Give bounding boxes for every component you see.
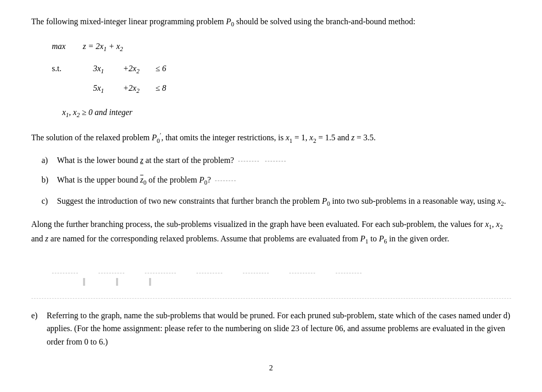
- c1-term1: 3x1: [93, 60, 119, 77]
- questions-section: a) What is the lower bound z at the star…: [42, 154, 511, 208]
- graph-area: [31, 257, 511, 299]
- st-label: s.t.: [52, 60, 83, 77]
- constraint-1: 3x1 +2x2 ≤ 6: [93, 60, 171, 77]
- question-e-text: Referring to the graph, name the sub-pro…: [47, 309, 511, 349]
- objective-row: max z = 2x1 + x2: [52, 38, 511, 55]
- question-a: a) What is the lower bound z at the star…: [42, 154, 511, 167]
- c2-term1: 5x1: [93, 80, 119, 97]
- max-label: max: [52, 38, 83, 55]
- question-c-text: Suggest the introduction of two new cons…: [57, 195, 511, 208]
- solution-paragraph: The solution of the relaxed problem P0′,…: [31, 130, 511, 145]
- question-e: e) Referring to the graph, name the sub-…: [31, 309, 511, 349]
- c2-term2: +2x2: [123, 80, 152, 97]
- page-number-value: 2: [269, 364, 273, 372]
- question-b-text: What is the upper bound z0 of the proble…: [57, 174, 511, 187]
- constraints-block: 3x1 +2x2 ≤ 6 5x1 +2x2 ≤ 8: [93, 60, 171, 99]
- constraints-row: s.t. 3x1 +2x2 ≤ 6 5x1 +2x2 ≤ 8: [52, 60, 511, 99]
- constraint-2: 5x1 +2x2 ≤ 8: [93, 80, 171, 97]
- question-b: b) What is the upper bound z0 of the pro…: [42, 174, 511, 187]
- along-paragraph: Along the further branching process, the…: [31, 218, 511, 247]
- question-e-label: e): [31, 309, 47, 349]
- lp-formulation: max z = 2x1 + x2 s.t. 3x1 +2x2 ≤ 6 5x1 +…: [52, 38, 511, 121]
- page-content: The following mixed-integer linear progr…: [31, 15, 511, 372]
- intro-paragraph: The following mixed-integer linear progr…: [31, 15, 511, 29]
- question-b-label: b): [42, 174, 57, 187]
- question-a-label: a): [42, 154, 57, 167]
- c1-rhs: ≤ 6: [156, 60, 171, 77]
- integer-constraint: x1, x2 ≥ 0 and integer: [62, 104, 511, 121]
- question-c: c) Suggest the introduction of two new c…: [42, 195, 511, 208]
- c1-term2: +2x2: [123, 60, 152, 77]
- objective-expr: z = 2x1 + x2: [83, 38, 123, 55]
- question-a-text: What is the lower bound z at the start o…: [57, 154, 511, 167]
- question-c-label: c): [42, 195, 57, 208]
- page-number: 2: [31, 364, 511, 372]
- c2-rhs: ≤ 8: [156, 80, 171, 97]
